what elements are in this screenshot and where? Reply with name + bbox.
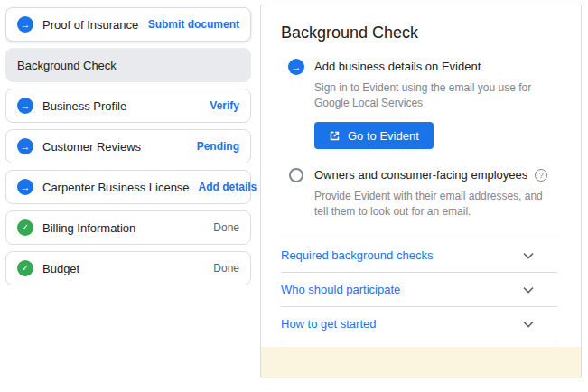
background-check-panel: Background Check → Add business details … (260, 5, 582, 378)
sidebar-item-customer-reviews[interactable]: → Customer Reviews Pending (5, 129, 251, 163)
option-label-text: Owners and consumer-facing employees (314, 167, 527, 183)
accordion-required-background-checks[interactable]: Required background checks (281, 238, 557, 273)
sidebar-item-label: Background Check (17, 59, 117, 72)
chevron-down-icon (523, 321, 534, 328)
accordion-who-should-participate[interactable]: Who should participate (281, 273, 557, 307)
add-details-link[interactable]: Add details (199, 181, 257, 193)
go-to-evident-button[interactable]: Go to Evident (314, 122, 434, 149)
sidebar-item-carpenter-business-license[interactable]: → Carpenter Business License Add details (5, 170, 251, 204)
local-services-setup-page: → Proof of Insurance Submit document Bac… (0, 0, 588, 392)
sidebar-item-business-profile[interactable]: → Business Profile Verify (5, 89, 251, 123)
option-body: Owners and consumer-facing employees ? P… (314, 167, 559, 219)
panel-footer-strip (261, 347, 581, 378)
verify-link[interactable]: Verify (210, 99, 239, 112)
option-description: Provide Evident with their email address… (314, 189, 559, 219)
pending-link[interactable]: Pending (197, 140, 239, 153)
sidebar-item-label: Business Profile (42, 99, 126, 113)
selected-option-arrow-icon: → (288, 59, 304, 75)
open-in-new-icon (329, 130, 341, 142)
button-label: Go to Evident (348, 129, 419, 143)
sidebar-item-label: Budget (42, 262, 79, 275)
in-progress-arrow-icon: → (17, 138, 33, 154)
sidebar-item-billing-information[interactable]: ✓ Billing Information Done (5, 210, 251, 245)
option-body: Add business details on Evident Sign in … (314, 59, 559, 149)
accordion-label: Who should participate (281, 283, 400, 296)
in-progress-arrow-icon: → (17, 98, 33, 114)
sidebar-item-background-check[interactable]: Background Check (5, 48, 251, 82)
sidebar-item-label: Proof of Insurance (42, 18, 138, 32)
done-status: Done (213, 221, 239, 234)
done-status: Done (213, 262, 239, 275)
accordion-list: Required background checks Who should pa… (281, 238, 557, 341)
done-check-icon: ✓ (17, 260, 33, 276)
option-label: Add business details on Evident (314, 59, 559, 75)
done-check-icon: ✓ (17, 219, 33, 236)
accordion-label: Required background checks (281, 248, 433, 262)
accordion-how-to-get-started[interactable]: How to get started (281, 307, 557, 341)
option-description: Sign in to Evident using the email you u… (314, 80, 559, 111)
setup-checklist-sidebar: → Proof of Insurance Submit document Bac… (5, 7, 251, 292)
option-owners-employees[interactable]: Owners and consumer-facing employees ? P… (288, 167, 559, 219)
submit-document-link[interactable]: Submit document (148, 18, 239, 31)
sidebar-item-budget[interactable]: ✓ Budget Done (5, 251, 251, 285)
page-title: Background Check (281, 23, 581, 42)
sidebar-item-label: Customer Reviews (42, 140, 141, 154)
chevron-down-icon (523, 252, 534, 259)
in-progress-arrow-icon: → (17, 179, 33, 195)
sidebar-item-proof-of-insurance[interactable]: → Proof of Insurance Submit document (5, 7, 251, 42)
option-add-business-details[interactable]: → Add business details on Evident Sign i… (288, 59, 559, 149)
chevron-down-icon (523, 286, 534, 294)
accordion-label: How to get started (281, 317, 377, 331)
help-icon[interactable]: ? (535, 169, 547, 182)
radio-unselected-icon[interactable] (289, 168, 303, 182)
sidebar-item-label: Billing Information (42, 221, 135, 235)
option-label: Owners and consumer-facing employees ? (314, 167, 559, 183)
sidebar-item-label: Carpenter Business License (42, 181, 190, 194)
in-progress-arrow-icon: → (17, 16, 33, 33)
